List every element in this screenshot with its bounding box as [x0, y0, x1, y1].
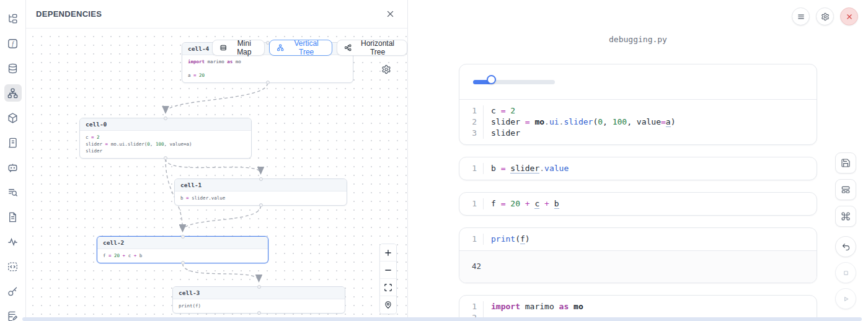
sidebar-item-tracing[interactable] — [4, 183, 22, 201]
mini-map-icon — [219, 43, 227, 52]
line-number-gutter: 1 — [459, 198, 483, 209]
menu-button[interactable] — [792, 7, 810, 25]
shutdown-button[interactable] — [840, 7, 858, 25]
save-icon — [841, 158, 851, 168]
node-handle-top — [257, 285, 261, 289]
dependency-graph-canvas[interactable]: cell-4import marimo as mo a = 20cell-0c … — [26, 29, 407, 321]
app-window: f DEPENDENCIES cell-4import m — [0, 0, 868, 321]
notebook-settings-button[interactable] — [816, 7, 834, 25]
graph-node-code: c = 2slider = mo.ui.slider(0, 100, value… — [80, 131, 251, 158]
command-icon — [841, 211, 851, 221]
slider-thumb[interactable] — [487, 75, 496, 84]
notebook-panel: debugging.py 123c = 2slider = mo.ui.slid… — [408, 0, 868, 321]
chat-bot-icon — [7, 162, 19, 174]
notebook-filename[interactable]: debugging.py — [408, 35, 868, 44]
graph-settings-button[interactable] — [380, 63, 392, 76]
sidebar-item-datasources[interactable] — [4, 59, 22, 77]
locate-button[interactable] — [380, 296, 396, 314]
cell-code-editor[interactable]: 123c = 2slider = mo.ui.slider(0, 100, va… — [459, 100, 817, 144]
code-lines: c = 2slider = mo.ui.slider(0, 100, value… — [483, 105, 817, 139]
sidebar-item-dependencies[interactable] — [4, 84, 22, 102]
vertical-tree-button[interactable]: Vertical Tree — [269, 40, 332, 56]
node-handle-top — [164, 117, 167, 120]
sidebar-item-scratchpad[interactable] — [4, 307, 22, 321]
run-all-button[interactable] — [835, 288, 856, 309]
dependencies-panel-header: DEPENDENCIES — [26, 0, 407, 29]
gear-icon — [821, 12, 830, 21]
cell-code-editor[interactable]: 1f = 20 + c + b — [459, 193, 817, 215]
plus-icon — [384, 248, 392, 257]
fullscreen-icon — [384, 283, 392, 292]
notebook-cell-cell-2[interactable]: 1f = 20 + c + b — [459, 192, 817, 216]
close-icon — [845, 12, 854, 21]
key-icon — [7, 286, 19, 297]
scroll-icon — [7, 137, 19, 149]
fit-view-button[interactable] — [380, 279, 396, 296]
horizontal-tree-button[interactable]: Horizontal Tree — [337, 40, 407, 56]
zoom-in-button[interactable] — [380, 244, 396, 262]
sidebar-item-secrets[interactable] — [4, 283, 22, 300]
graph-view-toolbar: Mini Map Vertical Tree Horizontal Tree — [212, 40, 407, 56]
node-handle-bottom — [266, 81, 270, 84]
slider-track[interactable] — [473, 80, 555, 84]
notebook-top-actions — [792, 7, 858, 25]
dependency-graph-icon — [7, 87, 19, 99]
keyboard-shortcuts-button[interactable] — [835, 206, 856, 227]
layout-button[interactable] — [835, 179, 856, 200]
horizontal-tree-label: Horizontal Tree — [355, 39, 400, 56]
graph-node-code: import marimo as mo a = 20 — [182, 55, 353, 82]
code-lines: print(f) — [483, 234, 817, 245]
node-handle-bottom — [181, 261, 185, 265]
sidebar-item-chat[interactable] — [4, 159, 22, 176]
node-handle-top — [181, 235, 185, 239]
node-handle-bottom — [164, 156, 167, 160]
graph-node-cell-3[interactable]: cell-3print(f) — [172, 286, 345, 314]
graph-node-cell-0[interactable]: cell-0c = 2slider = mo.ui.slider(0, 100,… — [79, 118, 252, 159]
code-box-icon — [7, 261, 19, 273]
undo-button[interactable] — [835, 236, 856, 257]
horizontal-scrollbar[interactable] — [22, 317, 862, 321]
sidebar-item-logs[interactable] — [4, 134, 22, 151]
sidebar-item-snippets[interactable] — [4, 258, 22, 275]
sidebar-item-file-tree[interactable] — [4, 10, 22, 27]
pulse-icon — [7, 236, 19, 248]
hamburger-menu-icon — [797, 12, 805, 21]
mini-map-button[interactable]: Mini Map — [212, 40, 265, 56]
graph-node-cell-1[interactable]: cell-1b = slider.value — [174, 178, 347, 206]
cell-code-editor[interactable]: 1b = slider.value — [459, 157, 817, 180]
minus-icon — [384, 266, 392, 275]
graph-nodes: cell-4import marimo as mo a = 20cell-0c … — [26, 29, 407, 321]
list-search-icon — [7, 187, 19, 198]
graph-node-title: cell-2 — [97, 237, 268, 249]
close-icon — [386, 9, 395, 19]
stop-button[interactable] — [835, 262, 856, 283]
sidebar-item-documentation[interactable] — [4, 208, 22, 226]
notebook-cell-cell-3[interactable]: 1print(f)42 — [459, 227, 817, 283]
slider-widget[interactable] — [473, 77, 555, 87]
sidebar-item-packages[interactable] — [4, 109, 22, 126]
save-button[interactable] — [835, 152, 856, 174]
line-number-gutter: 1 — [459, 163, 483, 174]
close-panel-button[interactable] — [384, 8, 396, 20]
location-pin-icon — [384, 301, 392, 309]
sidebar-item-profiler[interactable] — [4, 233, 22, 250]
notebook-cell-cell-1[interactable]: 1b = slider.value — [459, 157, 817, 180]
dependencies-panel: DEPENDENCIES cell-4import marimo as mo a… — [26, 0, 408, 321]
node-handle-top — [259, 177, 263, 181]
graph-node-cell-2[interactable]: cell-2f = 20 + c + b — [97, 236, 268, 263]
graph-node-title: cell-0 — [80, 118, 251, 131]
cell-code-editor[interactable]: 1print(f) — [459, 228, 817, 250]
file-tree-icon — [7, 13, 19, 25]
zoom-out-button[interactable] — [380, 262, 396, 279]
gear-icon — [381, 64, 391, 74]
layout-panels-icon — [841, 185, 851, 195]
stop-icon — [841, 268, 851, 278]
sidebar-item-variables[interactable]: f — [4, 35, 22, 52]
play-icon — [841, 294, 851, 304]
notebook-cell-cell-0[interactable]: 123c = 2slider = mo.ui.slider(0, 100, va… — [459, 64, 817, 145]
undo-icon — [841, 242, 851, 252]
variables-icon: f — [7, 38, 19, 50]
sidebar: f — [0, 0, 26, 321]
node-handle-bottom — [257, 311, 261, 315]
zoom-controls — [379, 244, 397, 314]
